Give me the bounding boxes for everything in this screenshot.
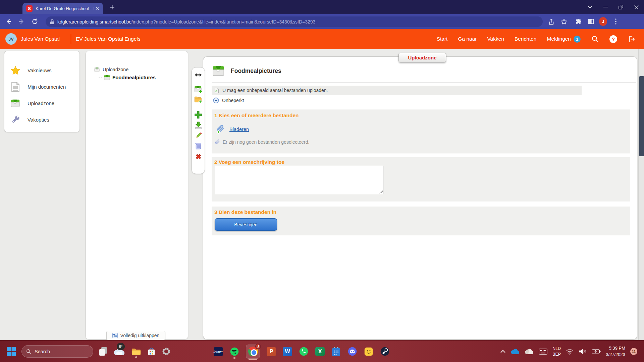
spotify-icon[interactable]: [230, 347, 239, 356]
extensions-icon[interactable]: [574, 17, 582, 26]
search-icon[interactable]: [591, 35, 599, 43]
onedrive-personal-icon[interactable]: [525, 349, 534, 355]
browser-tab-strip: S Karel De Grote Hogeschool - Lera: [0, 0, 644, 14]
user-avatar[interactable]: JV: [5, 33, 17, 45]
minimize-button[interactable]: [598, 0, 613, 14]
scrollbar-thumb[interactable]: [639, 76, 644, 156]
sidebar-item-vaknieuws[interactable]: Vaknieuws: [4, 62, 79, 79]
page-content: Vaknieuws Mijn documenten Uploadzone Vak…: [0, 49, 644, 340]
back-icon[interactable]: [5, 17, 13, 26]
window-controls: [582, 0, 644, 14]
nav-vakken[interactable]: Vakken: [487, 36, 504, 42]
powerpoint-icon[interactable]: P: [267, 347, 276, 356]
chevron-circle-icon: [213, 97, 219, 103]
help-icon[interactable]: ?: [609, 35, 617, 43]
battery-charging-icon[interactable]: [592, 349, 601, 354]
tab-search-chevron-icon[interactable]: [582, 0, 598, 14]
clock-widget[interactable]: 5:39 PM 3/27/2023: [606, 345, 625, 358]
page-scrollbar[interactable]: [638, 49, 644, 340]
running-indicator: [233, 357, 235, 359]
wifi-icon[interactable]: [566, 349, 574, 355]
restore-button[interactable]: [613, 0, 629, 14]
search-highlight-image: [76, 347, 92, 356]
start-button[interactable]: [7, 347, 16, 356]
add-icon[interactable]: [194, 110, 203, 119]
taskbar-search[interactable]: Search: [21, 345, 93, 358]
disney-plus-icon[interactable]: Disney+: [214, 347, 223, 356]
active-app-indicator: [249, 359, 257, 360]
menu-dots-icon[interactable]: [612, 17, 620, 26]
limit-row[interactable]: Onbeperkt: [212, 97, 244, 103]
excel-icon[interactable]: X: [315, 347, 325, 356]
module-tab-badge: Uploadzone: [398, 53, 446, 62]
title-divider: [212, 83, 636, 83]
sidebar-item-mijn-documenten[interactable]: Mijn documenten: [4, 79, 79, 95]
share-icon[interactable]: [547, 17, 555, 26]
file-explorer-icon[interactable]: [131, 347, 141, 356]
uploadzone-tray-icon: [10, 98, 20, 108]
new-tab-button[interactable]: [110, 5, 115, 10]
tab-close-icon[interactable]: [94, 5, 100, 11]
star-icon: [10, 65, 20, 76]
tray-green-icon: [104, 74, 110, 81]
volume-muted-icon[interactable]: [579, 348, 587, 355]
smartschool-header: JV Jules Van Opstal EV Jules Van Opstal …: [0, 29, 644, 49]
windows-taskbar: Search 8° Disney+: [0, 340, 644, 362]
discord-icon[interactable]: [347, 347, 357, 356]
profile-avatar[interactable]: J: [599, 17, 607, 26]
notification-count-badge[interactable]: 11: [630, 348, 637, 355]
taskbar-search-icon: [26, 349, 31, 354]
calendar-app-icon[interactable]: [331, 347, 341, 357]
description-textarea[interactable]: [215, 166, 383, 194]
close-button[interactable]: [629, 0, 644, 14]
expand-all-button[interactable]: Volledig uitklappen: [106, 331, 165, 340]
step3-section: 3 Dien deze bestanden in Bevestigen: [212, 207, 630, 235]
download-icon[interactable]: [194, 121, 203, 130]
tree-node-foodmealpictures[interactable]: Foodmealpictures: [98, 74, 188, 81]
chrome-taskbar-icon[interactable]: J: [246, 345, 260, 359]
word-icon[interactable]: W: [283, 347, 292, 356]
nav-start[interactable]: Start: [437, 36, 448, 42]
nav-ga-naar[interactable]: Ga naar: [458, 36, 477, 42]
confirm-button[interactable]: Bevestigen: [215, 218, 277, 231]
nav-meldingen[interactable]: Meldingen 1: [547, 36, 581, 43]
weather-widget[interactable]: 8°: [113, 347, 125, 356]
running-indicator: [135, 356, 137, 358]
nav-berichten[interactable]: Berichten: [515, 36, 536, 42]
onedrive-work-icon[interactable]: [511, 349, 520, 355]
uploadzone-title-icon: [212, 64, 225, 78]
header-divider: [71, 34, 71, 44]
header-nav: Start Ga naar Vakken Berichten Meldingen…: [437, 29, 636, 49]
steam-icon[interactable]: [380, 347, 390, 356]
browser-tab[interactable]: S Karel De Grote Hogeschool - Lera: [22, 3, 103, 14]
step1-section: 1 Kies een of meerdere bestanden Bladere…: [212, 109, 630, 153]
logout-icon[interactable]: [628, 35, 636, 43]
browser-toolbar: kdglerarenopleiding.smartschool.be/index…: [0, 14, 644, 29]
microsoft-store-icon[interactable]: [147, 347, 156, 356]
cancel-x-icon[interactable]: [194, 152, 203, 161]
delete-trash-icon[interactable]: [194, 142, 203, 150]
language-indicator[interactable]: NLD BEP: [552, 346, 561, 357]
sidebar-item-uploadzone[interactable]: Uploadzone: [4, 95, 79, 111]
touch-keyboard-icon[interactable]: [539, 349, 547, 355]
whatsapp-icon[interactable]: [299, 347, 309, 356]
settings-gear-icon[interactable]: [162, 347, 171, 356]
smiley-app-icon[interactable]: [364, 347, 373, 356]
sidebar-item-vakopties[interactable]: Vakopties: [4, 111, 79, 128]
bookmark-star-icon[interactable]: [560, 17, 568, 26]
resize-panel-icon[interactable]: [194, 71, 203, 79]
forward-icon[interactable]: [17, 17, 25, 26]
tree-node-uploadzone[interactable]: Uploadzone: [94, 66, 188, 73]
tree-expand-icon: [112, 333, 118, 338]
task-view-icon[interactable]: [99, 347, 108, 356]
browse-link[interactable]: Bladeren: [229, 127, 249, 132]
reload-icon[interactable]: [31, 17, 39, 26]
side-panel-icon[interactable]: [587, 17, 595, 26]
smartschool-favicon: S: [26, 5, 33, 12]
new-folder-icon[interactable]: [194, 95, 203, 104]
step1-title: 1 Kies een of meerdere bestanden: [214, 112, 299, 119]
address-bar[interactable]: kdglerarenopleiding.smartschool.be/index…: [46, 16, 543, 27]
edit-pencil-icon[interactable]: [194, 131, 203, 140]
new-uploadzone-icon[interactable]: [194, 85, 203, 94]
tray-chevron-icon[interactable]: [500, 350, 505, 353]
